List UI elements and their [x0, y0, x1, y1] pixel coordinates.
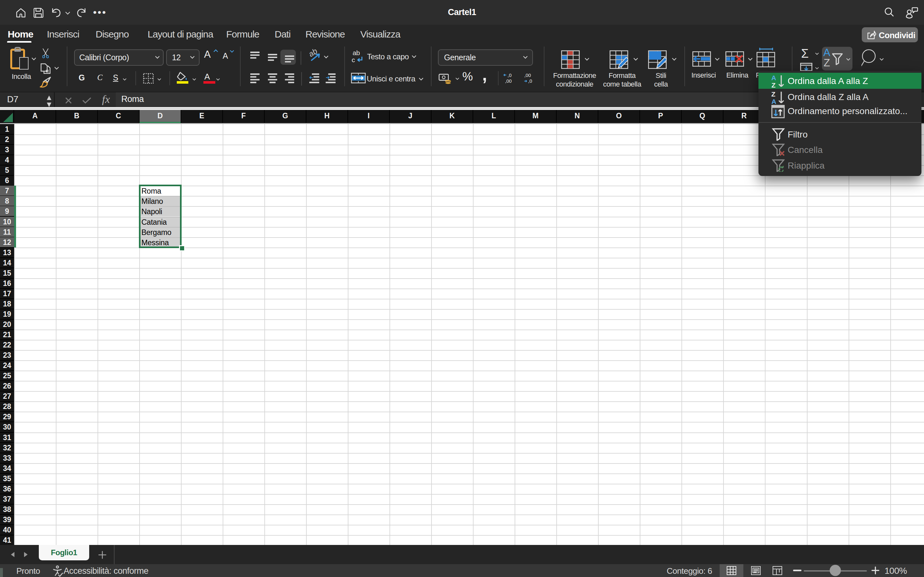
svg-text:,00: ,00: [524, 73, 531, 78]
svg-text:A: A: [771, 98, 776, 105]
svg-text:Z: Z: [771, 81, 775, 88]
svg-text:,0: ,0: [528, 78, 532, 84]
svg-text:,00: ,00: [505, 78, 512, 84]
svg-text:Z: Z: [771, 90, 775, 98]
svg-text:A: A: [771, 74, 776, 81]
svg-text:,0: ,0: [507, 73, 512, 78]
